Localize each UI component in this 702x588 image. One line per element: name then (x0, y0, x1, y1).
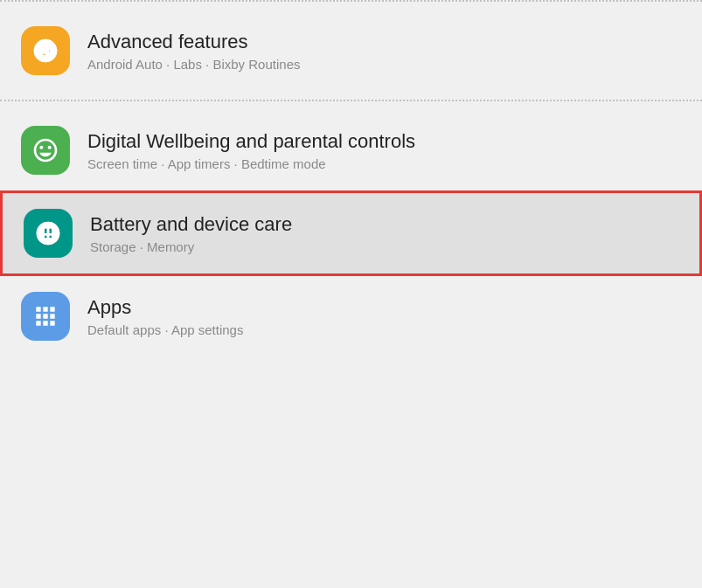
settings-item-apps[interactable]: Apps Default apps · App settings (0, 276, 702, 356)
advanced-features-icon-wrapper (21, 26, 70, 75)
advanced-features-text: Advanced features Android Auto · Labs · … (87, 31, 300, 72)
advanced-features-subtitle: Android Auto · Labs · Bixby Routines (87, 57, 300, 72)
battery-device-care-text: Battery and device care Storage · Memory (90, 213, 292, 254)
digital-wellbeing-subtitle: Screen time · App timers · Bedtime mode (87, 156, 415, 171)
apps-icon-wrapper (21, 292, 70, 341)
digital-wellbeing-icon (31, 136, 59, 164)
settings-item-digital-wellbeing[interactable]: Digital Wellbeing and parental controls … (0, 110, 702, 190)
battery-device-care-icon (34, 219, 62, 247)
advanced-features-icon (31, 37, 59, 65)
apps-icon (31, 302, 59, 330)
settings-item-battery-device-care[interactable]: Battery and device care Storage · Memory (0, 190, 702, 276)
settings-list: Advanced features Android Auto · Labs · … (0, 0, 702, 588)
apps-subtitle: Default apps · App settings (87, 322, 243, 337)
digital-wellbeing-text: Digital Wellbeing and parental controls … (87, 130, 415, 171)
settings-item-advanced-features[interactable]: Advanced features Android Auto · Labs · … (0, 10, 702, 91)
battery-device-care-icon-wrapper (24, 209, 73, 258)
digital-wellbeing-icon-wrapper (21, 126, 70, 175)
digital-wellbeing-title: Digital Wellbeing and parental controls (87, 130, 415, 153)
advanced-features-title: Advanced features (87, 31, 300, 53)
battery-device-care-subtitle: Storage · Memory (90, 239, 292, 254)
battery-device-care-title: Battery and device care (90, 213, 292, 236)
apps-text: Apps Default apps · App settings (87, 296, 243, 337)
apps-title: Apps (87, 296, 243, 319)
